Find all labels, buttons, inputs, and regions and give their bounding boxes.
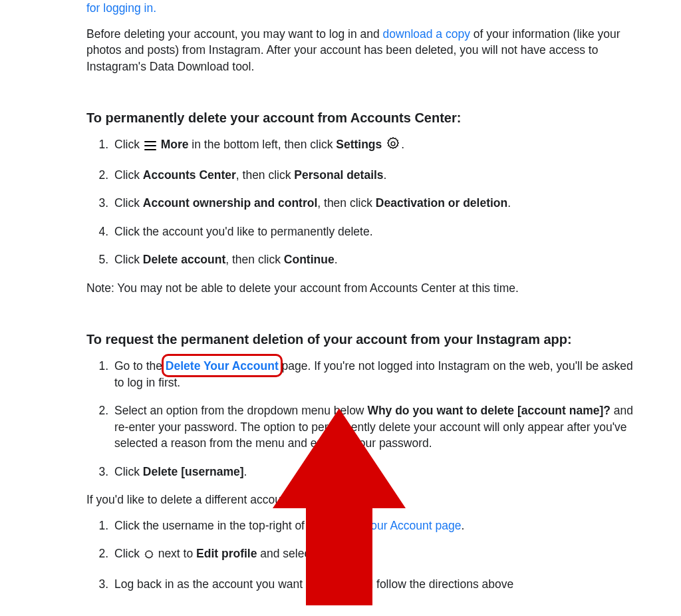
gear-icon: [386, 137, 400, 155]
list-item: Select an option from the dropdown menu …: [112, 402, 641, 452]
section1-note: Note: You may not be able to delete your…: [86, 280, 641, 297]
list-item: Click Accounts Center, then click Person…: [112, 167, 641, 184]
list-item: Log back in as the account you want to d…: [112, 576, 641, 593]
list-item: Click next to Edit profile and select Lo…: [112, 545, 641, 564]
section1-heading: To permanently delete your account from …: [86, 109, 641, 127]
list-item: Click Delete [username].: [112, 464, 641, 480]
list-item: Click Delete account, then click Continu…: [112, 251, 641, 268]
svg-point-0: [391, 142, 395, 146]
section2-heading: To request the permanent deletion of you…: [86, 331, 641, 349]
list-item: Click the username in the top-right of t…: [112, 518, 641, 534]
delete-your-account-link[interactable]: Delete Your Account: [166, 359, 279, 373]
list-item: Click the account you'd like to permanen…: [112, 224, 641, 240]
partial-top-link[interactable]: for logging in.: [86, 0, 641, 17]
list-item: Click Account ownership and control, the…: [112, 195, 641, 212]
section1-list: Click More in the bottom left, then clic…: [112, 136, 641, 268]
download-copy-link[interactable]: download a copy: [383, 27, 470, 41]
intro-paragraph: Before deleting your account, you may wa…: [86, 26, 641, 75]
delete-your-account-page-link[interactable]: Delete Your Account page: [327, 519, 461, 532]
section2-list-a: Go to the Delete Your Account page. If y…: [112, 358, 641, 480]
partial-top-period: .: [153, 1, 156, 15]
section2-between: If you'd like to delete a different acco…: [86, 492, 641, 508]
hamburger-icon: [144, 138, 156, 155]
list-item: Go to the Delete Your Account page. If y…: [112, 358, 641, 390]
gear-icon: [144, 547, 154, 564]
list-item: Click More in the bottom left, then clic…: [112, 136, 641, 155]
section2-list-b: Click the username in the top-right of t…: [112, 518, 641, 593]
